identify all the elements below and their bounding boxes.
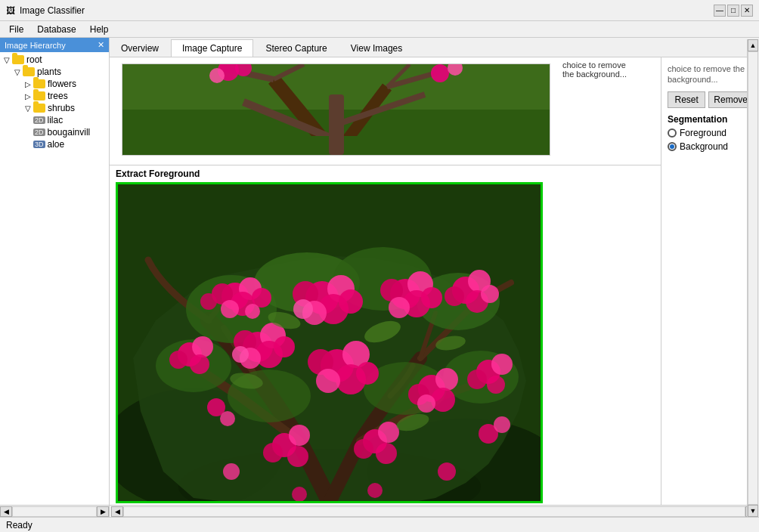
expand-flowers[interactable]: ▷ [23, 79, 33, 89]
svg-point-83 [289, 425, 310, 446]
tab-overview[interactable]: Overview [110, 39, 170, 57]
sidebar-toggle-icon[interactable]: ✕ [98, 40, 104, 50]
extract-title: Extract Foreground [116, 169, 655, 179]
segmentation-section: Segmentation Foreground Background [668, 114, 753, 152]
folder-icon-plants [23, 67, 35, 76]
sidebar-item-shrubs[interactable]: ▽ shrubs [0, 102, 109, 114]
segmentation-label: Segmentation [668, 114, 753, 125]
svg-point-36 [200, 293, 217, 310]
label-plants: plants [37, 66, 61, 77]
radio-background[interactable]: Background [668, 141, 753, 152]
scroll-right-sidebar[interactable]: ▶ [97, 506, 109, 517]
svg-point-55 [293, 299, 313, 319]
radio-circle-background[interactable] [668, 142, 677, 151]
title-bar: 🖼 Image Classifier — □ ✕ [0, 0, 759, 21]
svg-point-81 [356, 362, 379, 385]
label-aloe: aloe [48, 139, 65, 150]
svg-point-39 [192, 336, 213, 357]
right-panel: Overview Image Capture Stereo Capture Vi… [110, 38, 759, 517]
action-buttons: Reset Remove [668, 91, 753, 108]
svg-point-60 [389, 297, 410, 318]
menu-database[interactable]: Database [31, 23, 82, 36]
menu-file[interactable]: File [3, 23, 29, 36]
status-text: Ready [6, 520, 33, 530]
title-bar-left: 🖼 Image Classifier [6, 5, 85, 16]
minimize-button[interactable]: — [714, 5, 726, 17]
svg-point-64 [445, 286, 464, 306]
expand-root[interactable]: ▽ [2, 54, 12, 65]
label-shrubs: shrubs [48, 103, 75, 113]
top-image-svg [122, 64, 550, 155]
sidebar-item-lilac[interactable]: 2D lilac [0, 114, 109, 126]
maximize-button[interactable]: □ [727, 5, 739, 17]
svg-point-34 [221, 300, 239, 318]
sidebar-item-trees[interactable]: ▷ trees [0, 90, 109, 102]
radio-label-background: Background [680, 141, 728, 152]
expand-shrubs[interactable]: ▽ [23, 103, 33, 113]
right-controls: choice to remove the background... Reset… [661, 57, 759, 505]
sidebar-item-bougainvill[interactable]: 2D bougainvill [0, 126, 109, 138]
badge-2d-lilac: 2D [33, 116, 45, 124]
radio-foreground[interactable]: Foreground [668, 128, 753, 138]
folder-icon-shrubs [33, 104, 45, 113]
scroll-left-sidebar[interactable]: ◀ [0, 506, 12, 517]
svg-point-84 [263, 443, 283, 462]
sidebar-title: Image Hierarchy [5, 41, 66, 50]
expand-trees[interactable]: ▷ [23, 91, 33, 101]
scroll-track-right[interactable] [748, 57, 758, 505]
reset-button[interactable]: Reset [668, 91, 705, 108]
scroll-track-bottom[interactable] [123, 506, 745, 517]
svg-point-48 [232, 346, 249, 363]
sidebar-item-aloe[interactable]: 3D aloe [0, 138, 109, 150]
svg-point-88 [354, 439, 373, 459]
svg-point-87 [378, 422, 399, 443]
sidebar-item-flowers[interactable]: ▷ flowers [0, 78, 109, 90]
app-title: Image Classifier [20, 5, 85, 16]
tab-bar: Overview Image Capture Stereo Capture Vi… [110, 38, 759, 57]
close-button[interactable]: ✕ [741, 5, 753, 17]
svg-point-75 [417, 394, 435, 413]
badge-3d-aloe: 3D [33, 141, 45, 148]
main-image-container[interactable] [116, 182, 543, 503]
svg-point-80 [316, 369, 340, 393]
top-scroll-text: choice to remove the background... [556, 60, 640, 159]
section-divider [110, 165, 661, 165]
svg-point-94 [438, 462, 456, 481]
main-image-svg [118, 184, 543, 503]
menu-help[interactable]: Help [84, 23, 115, 36]
scroll-left-bottom[interactable]: ◀ [111, 506, 123, 517]
radio-label-foreground: Foreground [680, 128, 726, 138]
menu-bar: File Database Help [0, 21, 759, 38]
app-icon: 🖼 [6, 5, 15, 16]
bottom-scrollbar: ◀ ▶ [110, 505, 759, 517]
svg-point-72 [435, 368, 458, 391]
top-image [122, 64, 550, 155]
svg-point-66 [481, 285, 499, 303]
svg-point-97 [367, 483, 383, 498]
scroll-track-sidebar[interactable] [12, 506, 97, 517]
label-flowers: flowers [48, 79, 76, 89]
radio-circle-foreground[interactable] [668, 128, 677, 138]
sidebar: Image Hierarchy ✕ ▽ root ▽ plants ▷ flow… [0, 38, 110, 517]
svg-point-11 [209, 68, 225, 83]
svg-point-85 [287, 446, 308, 467]
right-scrollbar: ▲ ▼ [747, 57, 759, 505]
sidebar-item-root[interactable]: ▽ root [0, 54, 109, 66]
sidebar-item-plants[interactable]: ▽ plants [0, 66, 109, 78]
top-image-section: choice to remove the background... [110, 57, 661, 162]
svg-point-41 [190, 354, 209, 374]
svg-point-96 [292, 487, 307, 502]
top-image-container [122, 63, 550, 156]
tab-image-capture[interactable]: Image Capture [171, 39, 253, 57]
folder-icon-trees [33, 91, 45, 101]
expand-plants[interactable]: ▽ [12, 66, 23, 77]
main-content: Image Hierarchy ✕ ▽ root ▽ plants ▷ flow… [0, 38, 759, 517]
folder-icon-flowers [33, 79, 45, 88]
svg-point-13 [431, 64, 449, 82]
svg-rect-17 [122, 136, 550, 155]
tab-view-images[interactable]: View Images [339, 39, 414, 57]
tab-stereo-capture[interactable]: Stereo Capture [254, 39, 338, 57]
svg-point-95 [223, 463, 240, 480]
sidebar-scrollbar[interactable]: ◀ ▶ [0, 505, 109, 517]
sidebar-tree: ▽ root ▽ plants ▷ flowers ▷ trees [0, 52, 109, 505]
